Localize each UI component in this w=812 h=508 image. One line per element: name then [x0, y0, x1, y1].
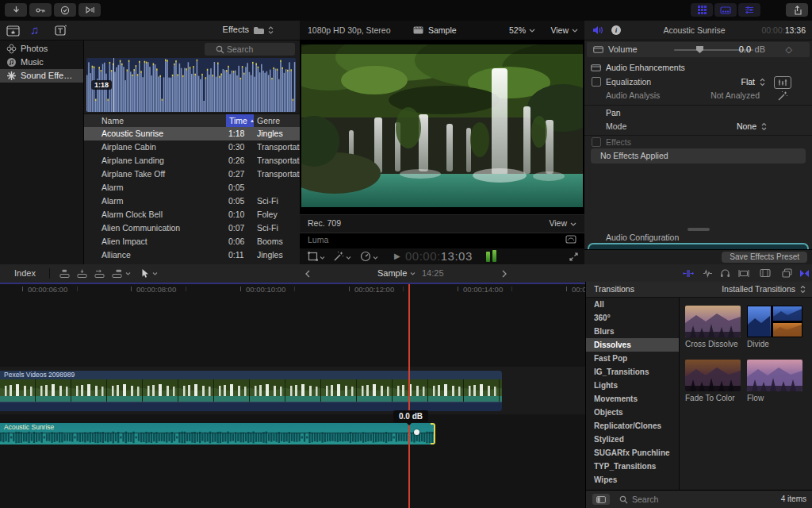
- append-edit-tool[interactable]: [94, 269, 105, 278]
- category-lights[interactable]: Lights: [586, 379, 679, 392]
- updown-chevrons-icon[interactable]: [799, 285, 806, 294]
- overwrite-edit-tool[interactable]: [112, 269, 122, 278]
- list-item[interactable]: Alarm0:05Sci-Fi: [84, 194, 300, 208]
- equalizer-button[interactable]: [774, 76, 791, 89]
- category-fast-pop[interactable]: Fast Pop: [586, 352, 679, 365]
- category-dissolves[interactable]: Dissolves: [586, 338, 679, 352]
- parameter-menu-icon[interactable]: [591, 64, 601, 71]
- chevron-down-icon[interactable]: [529, 29, 535, 33]
- sidebar-item-sound-effects[interactable]: Sound Effe…: [0, 69, 83, 83]
- list-item[interactable]: Alliance0:11Jingles: [84, 248, 300, 262]
- volume-control-point[interactable]: [414, 429, 419, 435]
- list-item[interactable]: Alarm0:05: [84, 181, 300, 194]
- volume-value[interactable]: 0.0: [739, 44, 751, 54]
- list-item[interactable]: Airplane Landing0:26Transportati: [84, 154, 300, 167]
- zoom-level-menu[interactable]: 52%: [509, 25, 526, 35]
- list-item[interactable]: Alien Communication0:07Sci-Fi: [84, 221, 300, 235]
- category-360[interactable]: 360°: [586, 311, 679, 325]
- transitions-browser-icon[interactable]: [799, 269, 810, 278]
- video-preview[interactable]: [301, 44, 583, 207]
- chevron-down-icon[interactable]: [125, 272, 131, 275]
- headphones-icon[interactable]: [720, 268, 730, 278]
- fullscreen-icon[interactable]: [569, 252, 578, 261]
- list-item[interactable]: Acoustic Sunrise1:18Jingles: [84, 127, 300, 140]
- category-blurs[interactable]: Blurs: [586, 325, 679, 338]
- folder-icon[interactable]: [253, 26, 265, 35]
- chevron-down-icon[interactable]: [320, 256, 325, 260]
- audio-meters-button[interactable]: [79, 3, 101, 17]
- luma-label[interactable]: Luma: [308, 235, 328, 244]
- chevron-down-icon[interactable]: [570, 222, 576, 226]
- inspector-toggle-button[interactable]: [738, 3, 760, 17]
- sidebar-item-music[interactable]: Music: [0, 56, 83, 69]
- transform-crop-icon[interactable]: [308, 252, 318, 261]
- category-ig-transitions[interactable]: IG_Transitions: [586, 365, 679, 379]
- clip-appearance-icon[interactable]: [760, 268, 771, 278]
- info-inspector-tab-icon[interactable]: i: [611, 25, 621, 35]
- duplicate-icon[interactable]: [782, 268, 792, 278]
- retime-icon[interactable]: [360, 251, 371, 262]
- installed-transitions-popup[interactable]: Installed Transitions: [722, 284, 795, 294]
- list-item[interactable]: Airplane Take Off0:27Transportati: [84, 167, 300, 181]
- list-item[interactable]: Airplane Cabin0:30Transportati: [84, 140, 300, 154]
- equalization-checkbox[interactable]: [592, 77, 601, 87]
- viewer-timecode[interactable]: 00:00:13:03: [405, 249, 473, 263]
- updown-chevrons-icon[interactable]: [267, 25, 274, 35]
- updown-chevrons-icon[interactable]: [759, 78, 766, 87]
- sidebar-toggle-button[interactable]: [592, 494, 610, 505]
- transition-cross-dissolve[interactable]: [685, 306, 741, 337]
- audio-clip-acoustic-sunrise[interactable]: Acoustic Sunrise: [0, 423, 435, 444]
- chevron-down-icon[interactable]: [410, 272, 416, 275]
- scope-icon[interactable]: [565, 235, 576, 244]
- view-menu[interactable]: View: [549, 218, 567, 228]
- transition-divide[interactable]: [747, 306, 802, 337]
- keywords-button[interactable]: [29, 3, 52, 17]
- column-header-genre[interactable]: Genre: [257, 116, 280, 125]
- index-button[interactable]: Index: [14, 268, 36, 278]
- clip-skimming-icon[interactable]: [738, 269, 749, 278]
- effects-collection-label[interactable]: Effects: [223, 25, 249, 34]
- sidebar-item-photos[interactable]: Photos: [0, 42, 83, 56]
- trim-tool-icon[interactable]: [683, 269, 694, 278]
- transitions-search-field[interactable]: Search: [632, 495, 658, 504]
- list-item[interactable]: Alien Impact0:06Booms: [84, 235, 300, 248]
- audio-preview-waveform[interactable]: 1:18: [86, 58, 296, 112]
- import-button[interactable]: [5, 3, 27, 17]
- select-tool-arrow-icon[interactable]: [141, 268, 149, 279]
- preview-playhead[interactable]: [113, 58, 114, 112]
- video-clip-pexels[interactable]: Pexels Videos 2098989: [0, 371, 502, 411]
- titles-generators-icon[interactable]: [54, 24, 68, 37]
- chevron-down-icon[interactable]: [346, 256, 351, 260]
- insert-edit-tool[interactable]: [77, 269, 87, 278]
- column-header-name[interactable]: Name: [102, 116, 124, 125]
- effects-checkbox[interactable]: [592, 137, 601, 147]
- view-menu[interactable]: View: [550, 25, 569, 35]
- equalization-popup[interactable]: Flat: [741, 77, 755, 87]
- save-effects-preset-button[interactable]: Save Effects Preset: [722, 252, 807, 263]
- category-all[interactable]: All: [586, 298, 679, 311]
- parameter-menu-icon[interactable]: [593, 46, 603, 53]
- audio-inspector-tab-icon[interactable]: [592, 25, 603, 35]
- updown-chevrons-icon[interactable]: [760, 122, 768, 131]
- analyze-wand-icon[interactable]: [777, 90, 788, 102]
- category-wipes[interactable]: Wipes: [586, 473, 679, 487]
- background-tasks-button[interactable]: [54, 3, 76, 17]
- category-objects[interactable]: Objects: [586, 406, 679, 419]
- keyframe-diamond-icon[interactable]: ◇: [786, 44, 792, 55]
- connect-edit-tool[interactable]: [59, 269, 70, 278]
- volume-slider-thumb[interactable]: [696, 46, 703, 53]
- list-item[interactable]: Alarm Clock Bell0:10Foley: [84, 208, 300, 221]
- play-button[interactable]: ▶: [394, 252, 400, 260]
- chevron-down-icon[interactable]: [373, 256, 378, 260]
- pan-mode-popup[interactable]: None: [737, 121, 756, 131]
- transition-flow[interactable]: [747, 360, 802, 391]
- chevron-down-icon[interactable]: [152, 272, 158, 275]
- category-movements[interactable]: Movements: [586, 392, 679, 406]
- enhancements-wand-icon[interactable]: [333, 251, 344, 262]
- category-sugarfx-punchline[interactable]: SUGARfx Punchline: [586, 446, 679, 460]
- browser-toggle-button[interactable]: [691, 3, 713, 17]
- inspector-resize-handle[interactable]: [688, 228, 710, 231]
- share-button[interactable]: [786, 3, 808, 17]
- clip-volume-line[interactable]: [0, 433, 435, 433]
- audio-skimming-icon[interactable]: [703, 269, 713, 278]
